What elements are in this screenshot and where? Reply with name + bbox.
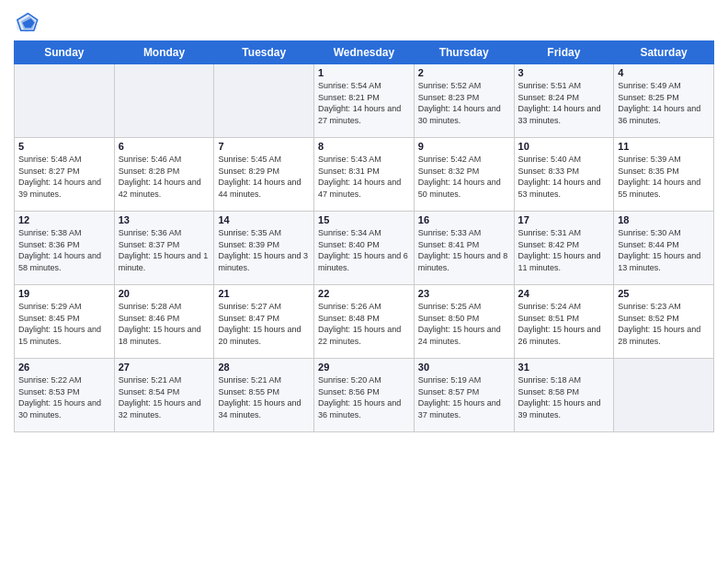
day-number: 11	[618, 141, 710, 152]
calendar-header-tuesday: Tuesday	[214, 41, 314, 64]
calendar-day-cell: 3Sunrise: 5:51 AM Sunset: 8:24 PM Daylig…	[514, 64, 614, 138]
calendar-day-cell: 12Sunrise: 5:38 AM Sunset: 8:36 PM Dayli…	[15, 212, 115, 285]
calendar-day-cell	[114, 64, 214, 138]
day-number: 31	[518, 362, 610, 373]
calendar-header-row: SundayMondayTuesdayWednesdayThursdayFrid…	[15, 41, 714, 64]
day-info: Sunrise: 5:23 AM Sunset: 8:52 PM Dayligh…	[618, 301, 710, 347]
day-info: Sunrise: 5:28 AM Sunset: 8:46 PM Dayligh…	[119, 301, 210, 347]
calendar-header-monday: Monday	[114, 41, 214, 64]
calendar-day-cell: 17Sunrise: 5:31 AM Sunset: 8:42 PM Dayli…	[514, 212, 614, 285]
day-info: Sunrise: 5:30 AM Sunset: 8:44 PM Dayligh…	[618, 227, 710, 273]
day-number: 17	[518, 214, 610, 225]
day-info: Sunrise: 5:38 AM Sunset: 8:36 PM Dayligh…	[18, 227, 110, 273]
day-number: 9	[418, 141, 510, 152]
calendar-header-wednesday: Wednesday	[314, 41, 415, 64]
calendar-week-row: 12Sunrise: 5:38 AM Sunset: 8:36 PM Dayli…	[15, 212, 714, 285]
day-number: 27	[119, 362, 210, 373]
day-number: 7	[218, 141, 310, 152]
day-number: 21	[218, 288, 310, 299]
day-info: Sunrise: 5:34 AM Sunset: 8:40 PM Dayligh…	[318, 227, 410, 273]
calendar-day-cell: 9Sunrise: 5:42 AM Sunset: 8:32 PM Daylig…	[414, 138, 514, 212]
day-number: 8	[318, 141, 410, 152]
day-number: 14	[218, 214, 310, 225]
day-number: 12	[18, 214, 110, 225]
calendar-header-friday: Friday	[514, 41, 614, 64]
calendar-day-cell: 5Sunrise: 5:48 AM Sunset: 8:27 PM Daylig…	[15, 138, 115, 212]
calendar-day-cell: 19Sunrise: 5:29 AM Sunset: 8:45 PM Dayli…	[15, 285, 115, 359]
calendar-day-cell: 7Sunrise: 5:45 AM Sunset: 8:29 PM Daylig…	[214, 138, 314, 212]
calendar-header-sunday: Sunday	[15, 41, 115, 64]
day-info: Sunrise: 5:31 AM Sunset: 8:42 PM Dayligh…	[518, 227, 610, 273]
day-number: 3	[518, 67, 610, 78]
calendar-table: SundayMondayTuesdayWednesdayThursdayFrid…	[14, 40, 714, 432]
calendar-day-cell: 29Sunrise: 5:20 AM Sunset: 8:56 PM Dayli…	[314, 359, 415, 432]
calendar-day-cell: 24Sunrise: 5:24 AM Sunset: 8:51 PM Dayli…	[514, 285, 614, 359]
day-info: Sunrise: 5:33 AM Sunset: 8:41 PM Dayligh…	[418, 227, 510, 273]
day-info: Sunrise: 5:22 AM Sunset: 8:53 PM Dayligh…	[18, 374, 110, 420]
day-info: Sunrise: 5:26 AM Sunset: 8:48 PM Dayligh…	[318, 301, 410, 347]
calendar-day-cell: 15Sunrise: 5:34 AM Sunset: 8:40 PM Dayli…	[314, 212, 415, 285]
calendar-day-cell	[614, 359, 714, 432]
day-number: 4	[618, 67, 710, 78]
calendar-day-cell: 6Sunrise: 5:46 AM Sunset: 8:28 PM Daylig…	[114, 138, 214, 212]
day-info: Sunrise: 5:42 AM Sunset: 8:32 PM Dayligh…	[418, 154, 510, 200]
day-info: Sunrise: 5:21 AM Sunset: 8:55 PM Dayligh…	[218, 374, 310, 420]
day-number: 13	[119, 214, 210, 225]
day-number: 29	[318, 362, 410, 373]
calendar-week-row: 26Sunrise: 5:22 AM Sunset: 8:53 PM Dayli…	[15, 359, 714, 432]
day-number: 25	[618, 288, 710, 299]
day-info: Sunrise: 5:18 AM Sunset: 8:58 PM Dayligh…	[518, 374, 610, 420]
day-info: Sunrise: 5:43 AM Sunset: 8:31 PM Dayligh…	[318, 154, 410, 200]
calendar-day-cell: 26Sunrise: 5:22 AM Sunset: 8:53 PM Dayli…	[15, 359, 115, 432]
calendar-day-cell: 31Sunrise: 5:18 AM Sunset: 8:58 PM Dayli…	[514, 359, 614, 432]
calendar-day-cell: 8Sunrise: 5:43 AM Sunset: 8:31 PM Daylig…	[314, 138, 415, 212]
day-number: 1	[318, 67, 410, 78]
day-info: Sunrise: 5:35 AM Sunset: 8:39 PM Dayligh…	[218, 227, 310, 273]
day-number: 6	[119, 141, 210, 152]
day-info: Sunrise: 5:36 AM Sunset: 8:37 PM Dayligh…	[119, 227, 210, 273]
day-info: Sunrise: 5:24 AM Sunset: 8:51 PM Dayligh…	[518, 301, 610, 347]
day-number: 16	[418, 214, 510, 225]
calendar-header-thursday: Thursday	[414, 41, 514, 64]
day-number: 2	[418, 67, 510, 78]
day-number: 18	[618, 214, 710, 225]
day-info: Sunrise: 5:54 AM Sunset: 8:21 PM Dayligh…	[318, 80, 410, 126]
day-info: Sunrise: 5:25 AM Sunset: 8:50 PM Dayligh…	[418, 301, 510, 347]
day-info: Sunrise: 5:29 AM Sunset: 8:45 PM Dayligh…	[18, 301, 110, 347]
day-number: 28	[218, 362, 310, 373]
day-number: 5	[18, 141, 110, 152]
day-number: 10	[518, 141, 610, 152]
calendar-day-cell: 28Sunrise: 5:21 AM Sunset: 8:55 PM Dayli…	[214, 359, 314, 432]
day-info: Sunrise: 5:39 AM Sunset: 8:35 PM Dayligh…	[618, 154, 710, 200]
day-number: 15	[318, 214, 410, 225]
calendar-day-cell	[214, 64, 314, 138]
day-info: Sunrise: 5:48 AM Sunset: 8:27 PM Dayligh…	[18, 154, 110, 200]
logo	[14, 9, 43, 35]
calendar-day-cell: 4Sunrise: 5:49 AM Sunset: 8:25 PM Daylig…	[614, 64, 714, 138]
page: SundayMondayTuesdayWednesdayThursdayFrid…	[0, 0, 728, 563]
day-info: Sunrise: 5:40 AM Sunset: 8:33 PM Dayligh…	[518, 154, 610, 200]
calendar-day-cell	[15, 64, 115, 138]
calendar-day-cell: 20Sunrise: 5:28 AM Sunset: 8:46 PM Dayli…	[114, 285, 214, 359]
calendar-day-cell: 16Sunrise: 5:33 AM Sunset: 8:41 PM Dayli…	[414, 212, 514, 285]
day-number: 20	[119, 288, 210, 299]
calendar-day-cell: 22Sunrise: 5:26 AM Sunset: 8:48 PM Dayli…	[314, 285, 415, 359]
day-info: Sunrise: 5:52 AM Sunset: 8:23 PM Dayligh…	[418, 80, 510, 126]
calendar-day-cell: 11Sunrise: 5:39 AM Sunset: 8:35 PM Dayli…	[614, 138, 714, 212]
calendar-day-cell: 25Sunrise: 5:23 AM Sunset: 8:52 PM Dayli…	[614, 285, 714, 359]
day-info: Sunrise: 5:51 AM Sunset: 8:24 PM Dayligh…	[518, 80, 610, 126]
calendar-week-row: 19Sunrise: 5:29 AM Sunset: 8:45 PM Dayli…	[15, 285, 714, 359]
calendar-day-cell: 13Sunrise: 5:36 AM Sunset: 8:37 PM Dayli…	[114, 212, 214, 285]
calendar-day-cell: 2Sunrise: 5:52 AM Sunset: 8:23 PM Daylig…	[414, 64, 514, 138]
day-number: 23	[418, 288, 510, 299]
calendar-day-cell: 27Sunrise: 5:21 AM Sunset: 8:54 PM Dayli…	[114, 359, 214, 432]
calendar-header-saturday: Saturday	[614, 41, 714, 64]
day-info: Sunrise: 5:27 AM Sunset: 8:47 PM Dayligh…	[218, 301, 310, 347]
calendar-day-cell: 14Sunrise: 5:35 AM Sunset: 8:39 PM Dayli…	[214, 212, 314, 285]
calendar-day-cell: 23Sunrise: 5:25 AM Sunset: 8:50 PM Dayli…	[414, 285, 514, 359]
calendar-week-row: 5Sunrise: 5:48 AM Sunset: 8:27 PM Daylig…	[15, 138, 714, 212]
calendar-day-cell: 18Sunrise: 5:30 AM Sunset: 8:44 PM Dayli…	[614, 212, 714, 285]
day-number: 19	[18, 288, 110, 299]
calendar-day-cell: 30Sunrise: 5:19 AM Sunset: 8:57 PM Dayli…	[414, 359, 514, 432]
logo-icon	[14, 9, 40, 35]
